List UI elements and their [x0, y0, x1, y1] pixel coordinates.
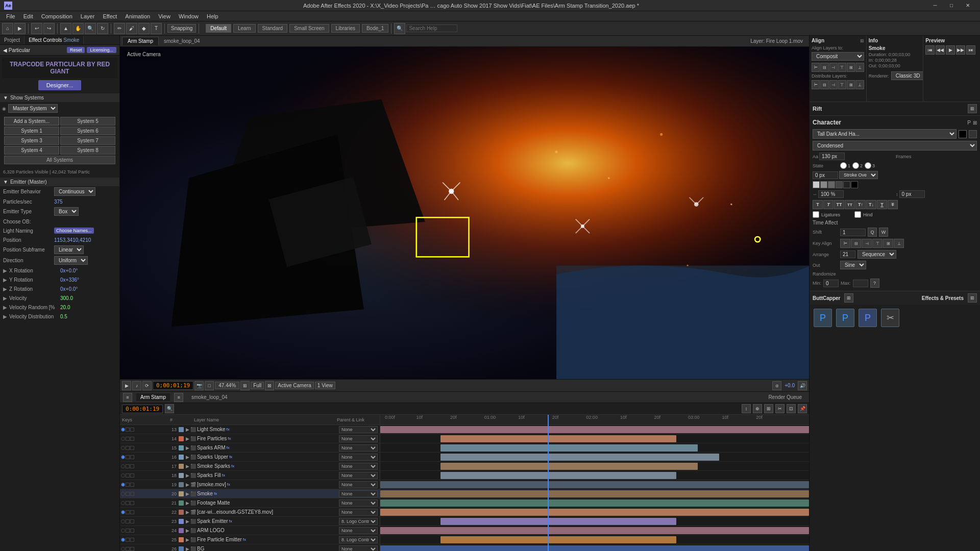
time-display[interactable]: 0;00;01;19: [153, 381, 193, 390]
effects-icon-2[interactable]: P: [836, 309, 854, 327]
align-bottom[interactable]: ⊥: [855, 63, 864, 72]
swatch-white[interactable]: [813, 181, 820, 188]
align-top[interactable]: ⊤: [838, 63, 846, 72]
tl-ctrl-4[interactable]: ✂: [775, 404, 785, 413]
parent-select-20[interactable]: None: [339, 490, 378, 497]
velocity-distribution-value[interactable]: 0.5: [60, 314, 116, 319]
layer-solo-17[interactable]: [121, 464, 125, 468]
layer-row-26[interactable]: 26 ▶ ⬛ BG None: [120, 544, 380, 551]
max-input[interactable]: [853, 280, 868, 287]
tl-ctrl-3[interactable]: ⊞: [764, 404, 773, 413]
velocity-expand[interactable]: ▶: [3, 295, 9, 301]
shape-tool[interactable]: ◆: [138, 23, 150, 34]
parent-select-21[interactable]: None: [339, 499, 378, 507]
menu-composition[interactable]: Composition: [37, 12, 77, 20]
effects-icon-3[interactable]: P: [859, 309, 877, 327]
effects-icon-4[interactable]: ✂: [881, 309, 899, 327]
layer-vis-26[interactable]: [126, 547, 130, 551]
layer-row-18[interactable]: 18 ▶ ⬛ Sparks Fill fx None: [120, 471, 380, 480]
layer-bar-15[interactable]: [440, 444, 698, 452]
layer-lock-21[interactable]: [130, 501, 134, 505]
search-help-input[interactable]: [406, 24, 457, 32]
key-align-3[interactable]: ⊣: [862, 239, 872, 248]
parent-select-17[interactable]: None: [339, 463, 378, 470]
layer-vis-19[interactable]: [126, 483, 130, 487]
layer-bar-18[interactable]: [440, 472, 676, 479]
parent-select-24[interactable]: None: [339, 527, 378, 534]
parent-select-19[interactable]: None: [339, 481, 378, 488]
comp-ctrl-alpha[interactable]: α: [772, 381, 781, 390]
layer-solo-21[interactable]: [121, 501, 125, 505]
key-align-6[interactable]: ⊥: [894, 239, 904, 248]
layer-row-21[interactable]: 21 ▶ ⬛ Footage Matte None: [120, 498, 380, 508]
layer-vis-16[interactable]: [126, 455, 130, 459]
layer-expand-26[interactable]: ▶: [186, 546, 189, 551]
layer-lock-13[interactable]: [130, 428, 134, 432]
rift-expand[interactable]: ⊞: [968, 104, 977, 113]
dist-left[interactable]: ⊢: [812, 80, 820, 89]
parent-select-13[interactable]: None: [339, 426, 378, 433]
y-rotation-expand[interactable]: ▶: [3, 277, 9, 283]
comp-ctrl-camera[interactable]: 📷: [194, 381, 204, 390]
layer-row-14[interactable]: 14 ▶ ⬛ Fire Particles fx None: [120, 434, 380, 443]
layer-expand-19[interactable]: ▶: [186, 482, 189, 487]
key-align-1[interactable]: ⊢: [840, 239, 850, 248]
layer-lock-22[interactable]: [130, 510, 134, 514]
layer-row-25[interactable]: 25 ▶ ⬛ Fire Particle Emitter fx 8. Logo …: [120, 535, 380, 544]
state-radio-2[interactable]: 2: [852, 162, 863, 169]
x-rotation-expand[interactable]: ▶: [3, 268, 9, 273]
swatch-gray1[interactable]: [820, 181, 827, 188]
effects-icon-1[interactable]: P: [814, 309, 832, 327]
z-rotation-expand[interactable]: ▶: [3, 286, 9, 292]
layer-vis-17[interactable]: [126, 464, 130, 468]
comp-ctrl-region[interactable]: ⊠: [265, 381, 274, 390]
system-1[interactable]: System 1: [4, 127, 59, 135]
project-tab[interactable]: Project: [0, 36, 24, 44]
licensing-button[interactable]: Licensing...: [87, 47, 116, 53]
workspace-bode[interactable]: Bode_1: [362, 24, 388, 33]
layer-solo-23[interactable]: [121, 519, 125, 523]
comp-tab-smoke[interactable]: smoke_loop_04: [160, 37, 204, 45]
tl-tab-smoke[interactable]: smoke_loop_04: [187, 393, 232, 401]
dist-bottom[interactable]: ⊥: [855, 80, 864, 89]
parent-select-14[interactable]: None: [339, 435, 378, 442]
layer-lock-16[interactable]: [130, 455, 134, 459]
hind-label[interactable]: Hind: [854, 211, 873, 218]
parent-select-25[interactable]: 8. Logo Contr: [339, 536, 378, 543]
system-8[interactable]: System 8: [60, 146, 115, 155]
master-system-select[interactable]: Master System: [8, 104, 58, 113]
align-left[interactable]: ⊢: [812, 63, 820, 72]
workspace-default[interactable]: Default: [206, 24, 231, 33]
particles-sec-value[interactable]: 375: [54, 199, 116, 205]
layer-bar-20[interactable]: [380, 490, 809, 497]
layer-expand-16[interactable]: ▶: [186, 455, 189, 460]
tl-tab-arm-stamp[interactable]: Arm Stamp: [136, 393, 170, 401]
velocity-random-value[interactable]: 20.0: [60, 305, 116, 310]
font-select[interactable]: Tall Dark And Ha...: [813, 129, 957, 139]
parent-select-16[interactable]: None: [339, 454, 378, 461]
dist-vcenter[interactable]: ⊞: [847, 80, 855, 89]
show-systems-header[interactable]: ▼ Show Systems: [0, 93, 119, 102]
layer-row-15[interactable]: 15 ▶ ⬛ Sparks ARM fx None: [120, 443, 380, 453]
home-button[interactable]: ⌂: [2, 23, 13, 34]
workspace-libraries[interactable]: Libraries: [331, 24, 360, 33]
shift-input[interactable]: [840, 229, 866, 236]
align-right[interactable]: ⊣: [829, 63, 838, 72]
out-select[interactable]: Sine: [840, 261, 866, 269]
caps-btn[interactable]: TT: [834, 200, 844, 209]
swatch-black[interactable]: [851, 181, 858, 188]
layer-vis-18[interactable]: [126, 473, 130, 478]
layer-solo-16[interactable]: [121, 455, 125, 459]
shift-btn2[interactable]: W: [879, 228, 888, 237]
stroke-select[interactable]: Stroke Ove: [839, 171, 878, 179]
play-button[interactable]: ▶: [14, 23, 26, 34]
effect-controls-tab[interactable]: Effect Controls Smoke: [24, 36, 84, 44]
minimize-button[interactable]: ─: [927, 0, 943, 11]
system-3[interactable]: System 3: [4, 136, 59, 145]
layer-solo-20[interactable]: [121, 492, 125, 496]
layer-row-20[interactable]: 20 ▶ ⬛ Smoke fx None: [120, 489, 380, 498]
reset-button[interactable]: Reset: [67, 47, 85, 53]
menu-animation[interactable]: Animation: [121, 12, 154, 20]
tl-tab-render[interactable]: Render Queue: [764, 393, 806, 401]
layer-bar-23[interactable]: [440, 518, 676, 525]
